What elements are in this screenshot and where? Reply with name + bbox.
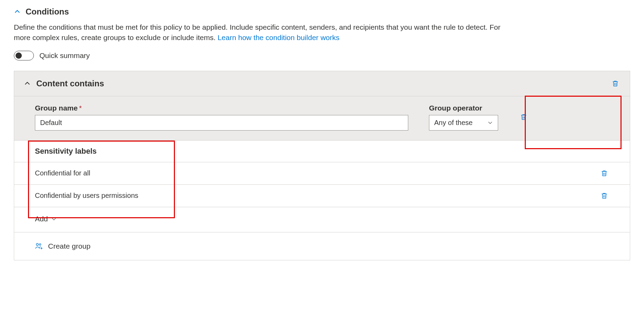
learn-more-link[interactable]: Learn how the condition builder works bbox=[217, 33, 339, 41]
trash-icon bbox=[612, 80, 619, 87]
delete-condition-button[interactable] bbox=[610, 79, 620, 88]
add-button[interactable]: Add bbox=[35, 215, 57, 223]
content-contains-title: Content contains bbox=[36, 79, 104, 88]
conditions-description: Define the conditions that must be met f… bbox=[14, 22, 519, 43]
quick-summary-label: Quick summary bbox=[39, 51, 90, 60]
sensitivity-label-row: Confidential for all bbox=[14, 162, 630, 185]
toggle-knob bbox=[16, 52, 22, 59]
delete-group-button[interactable] bbox=[519, 112, 529, 122]
group-settings-row: Group name* Group operator Any of these bbox=[14, 96, 630, 141]
svg-point-1 bbox=[39, 243, 41, 245]
group-operator-field: Group operator Any of these bbox=[429, 104, 498, 131]
conditions-title: Conditions bbox=[26, 7, 69, 17]
chevron-up-icon bbox=[24, 80, 31, 87]
group-name-input[interactable] bbox=[35, 115, 408, 131]
sensitivity-labels-heading: Sensitivity labels bbox=[35, 147, 97, 156]
create-group-row: Create group bbox=[14, 232, 630, 260]
quick-summary-toggle[interactable] bbox=[14, 51, 34, 60]
chevron-down-icon bbox=[51, 216, 57, 222]
delete-label-button[interactable] bbox=[599, 169, 609, 178]
group-operator-value: Any of these bbox=[434, 119, 473, 127]
add-button-label: Add bbox=[35, 215, 48, 223]
chevron-up-icon bbox=[14, 8, 21, 15]
group-name-field: Group name* bbox=[35, 104, 408, 131]
sensitivity-labels-heading-row: Sensitivity labels bbox=[14, 141, 630, 162]
group-name-label: Group name bbox=[35, 104, 78, 112]
group-operator-label: Group operator bbox=[429, 104, 498, 112]
add-label-row: Add bbox=[14, 207, 630, 232]
sensitivity-label-text: Confidential for all bbox=[35, 169, 592, 177]
required-asterisk: * bbox=[79, 104, 82, 112]
sensitivity-labels-wrap: Sensitivity labels Confidential for all … bbox=[14, 141, 630, 207]
sensitivity-label-row: Confidential by users permissions bbox=[14, 185, 630, 207]
trash-icon bbox=[520, 113, 528, 121]
group-add-icon bbox=[35, 242, 43, 250]
chevron-down-icon bbox=[487, 120, 493, 125]
sensitivity-label-text: Confidential by users permissions bbox=[35, 192, 592, 200]
condition-card: Content contains Group name* Group opera… bbox=[14, 71, 630, 260]
conditions-section-header[interactable]: Conditions bbox=[14, 7, 630, 17]
trash-icon bbox=[600, 170, 608, 177]
content-contains-header[interactable]: Content contains bbox=[14, 71, 630, 96]
group-operator-select[interactable]: Any of these bbox=[429, 115, 498, 131]
delete-label-button[interactable] bbox=[599, 191, 609, 201]
trash-icon bbox=[600, 192, 608, 200]
svg-point-0 bbox=[36, 243, 38, 246]
create-group-button[interactable]: Create group bbox=[48, 242, 91, 250]
